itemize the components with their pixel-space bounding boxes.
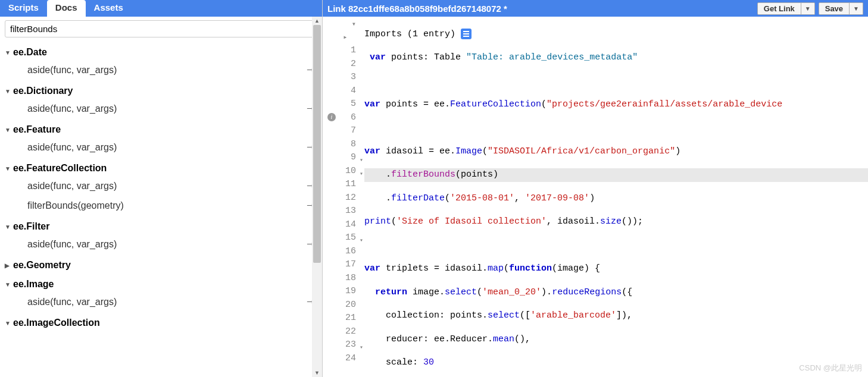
editor-panel: Link 82cc1dffe68a8b058f9befd267148072 * … (323, 0, 868, 377)
get-link-button[interactable]: Get Link (757, 2, 801, 15)
chevron-down-icon: ▼ (5, 320, 13, 326)
scroll-up-icon[interactable]: ▲ (312, 17, 322, 25)
imports-header: Imports (1 entry) (364, 29, 455, 39)
chevron-down-icon: ▼ (5, 165, 13, 172)
editor-header: Link 82cc1dffe68a8b058f9befd267148072 * … (323, 0, 868, 17)
tree-group-header[interactable]: ▼ee.Dictionary (5, 83, 320, 99)
tree-group-label: ee.Geometry (13, 260, 71, 271)
panel-tabs: Scripts Docs Assets (0, 0, 322, 17)
tree-item[interactable]: aside(func, var_args)→| (5, 99, 320, 118)
docs-panel: Scripts Docs Assets ▼ee.Date aside(func,… (0, 0, 323, 377)
tree-group-header[interactable]: ▶ee.Geometry (5, 257, 320, 273)
tree-item-label: aside(func, var_args) (27, 65, 117, 76)
chevron-right-icon: ▶ (5, 262, 13, 269)
tree-group-header[interactable]: ▼ee.Feature (5, 122, 320, 137)
tree-item-label: aside(func, var_args) (27, 103, 117, 114)
tree-group-label: ee.ImageCollection (13, 318, 100, 328)
imports-badge-icon[interactable] (461, 29, 472, 39)
tab-assets[interactable]: Assets (86, 0, 132, 17)
tree-group-header[interactable]: ▼ee.ImageCollection (5, 315, 320, 331)
get-link-dropdown[interactable]: ▼ (801, 2, 815, 15)
tree-item-label: aside(func, var_args) (27, 181, 117, 191)
gutter: ▾ ▸ 1 2 3 4 5 i6 7 8 9▾ 10▾ 11 12 13 14 … (323, 17, 364, 377)
info-icon[interactable]: i (327, 113, 336, 121)
tree-group-label: ee.FeatureCollection (13, 163, 107, 174)
chevron-down-icon: ▼ (5, 224, 13, 230)
docs-search-input[interactable] (5, 20, 317, 37)
tree-item[interactable]: aside(func, var_args)→| (5, 176, 320, 196)
tree-group-label: ee.Filter (13, 221, 49, 232)
tree-item[interactable]: aside(func, var_args)→| (5, 292, 320, 312)
save-button[interactable]: Save (819, 2, 850, 15)
tree-item[interactable]: aside(func, var_args)→| (5, 234, 320, 254)
scroll-down-icon[interactable]: ▼ (312, 369, 322, 377)
tree-group-header[interactable]: ▼ee.Image (5, 277, 320, 292)
scrollbar[interactable]: ▲ ▼ (312, 17, 322, 377)
tab-scripts[interactable]: Scripts (0, 0, 47, 17)
chevron-down-icon: ▼ (5, 88, 13, 95)
save-dropdown[interactable]: ▼ (850, 2, 863, 15)
tab-docs[interactable]: Docs (47, 0, 86, 17)
tree-item[interactable]: filterBounds(geometry)→| (5, 196, 320, 215)
scrollbar-thumb[interactable] (313, 25, 321, 263)
code-content[interactable]: Imports (1 entry) var points: Table "Tab… (364, 17, 868, 377)
tree-group-header[interactable]: ▼ee.Filter (5, 219, 320, 234)
code-editor[interactable]: ▾ ▸ 1 2 3 4 5 i6 7 8 9▾ 10▾ 11 12 13 14 … (323, 17, 868, 377)
docs-tree[interactable]: ▼ee.Date aside(func, var_args)→| ▼ee.Dic… (0, 41, 322, 377)
tree-item-label: aside(func, var_args) (27, 297, 117, 307)
chevron-down-icon: ▼ (5, 127, 13, 133)
tree-item-label: filterBounds(geometry) (27, 200, 124, 211)
chevron-down-icon: ▼ (5, 281, 13, 288)
tree-group-label: ee.Feature (13, 124, 61, 135)
tree-item-label: aside(func, var_args) (27, 239, 117, 250)
tree-item[interactable]: aside(func, var_args)→| (5, 60, 320, 80)
editor-title: Link 82cc1dffe68a8b058f9befd267148072 * (327, 4, 507, 14)
tree-item-label: aside(func, var_args) (27, 142, 117, 153)
tree-group-label: ee.Dictionary (13, 86, 73, 96)
chevron-down-icon: ▼ (5, 49, 13, 56)
tree-item[interactable]: aside(func, var_args)→| (5, 137, 320, 157)
docs-search (5, 20, 317, 37)
tree-group-label: ee.Image (13, 279, 54, 290)
tree-group-header[interactable]: ▼ee.Date (5, 45, 320, 60)
editor-actions: Get Link ▼ Save ▼ (757, 2, 863, 15)
tree-group-label: ee.Date (13, 47, 47, 58)
tree-group-header[interactable]: ▼ee.FeatureCollection (5, 161, 320, 176)
